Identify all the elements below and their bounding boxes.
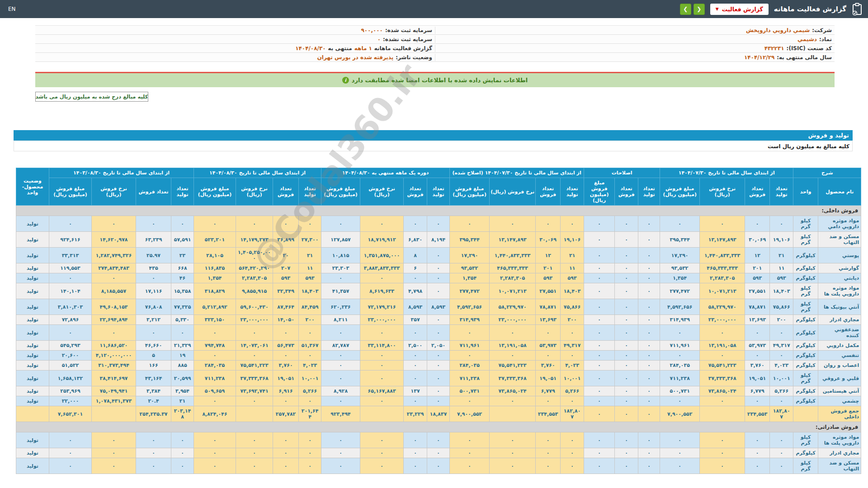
table-cell: ۵۱,۳۶۷ bbox=[299, 341, 321, 351]
table-cell: ۰ bbox=[615, 283, 638, 299]
product-name-cell: مسکن و ضد التهاب bbox=[818, 232, 861, 248]
table-cell: ۰ bbox=[584, 448, 615, 458]
table-cell: ۴,۷۹۸ bbox=[404, 283, 427, 299]
product-row: چشميکیلوگرم۰۰۰۰۰۰۰۰۰۰۰۰۰۰۰۰۰۰۰۲۱۲۰.۴۱,۰۷… bbox=[16, 396, 861, 406]
table-cell: ۰ bbox=[561, 458, 584, 474]
table-cell: ۰ bbox=[584, 351, 615, 361]
table-cell: ۳۰,۰۶۹ bbox=[745, 232, 770, 248]
table-cell: ۲,۲۸۳,۳۰۵ bbox=[490, 273, 536, 283]
table-cell: ۰ bbox=[770, 396, 793, 406]
table-cell: ۰ bbox=[490, 432, 536, 448]
table-cell: ۱۸,۸۳۷ bbox=[427, 406, 450, 422]
table-cell: ۰ bbox=[638, 361, 660, 371]
report-period-label: گزارش فعالیت ماهانه bbox=[374, 45, 432, 52]
signature-match-text: اطلاعات نمایش داده شده با اطلاعات امضا ش… bbox=[352, 77, 528, 84]
table-cell: ۳۷,۳۳۳,۳۶۸ bbox=[700, 371, 745, 386]
table-cell: ۵,۲۱۲,۸۹۲ bbox=[194, 299, 236, 315]
table-cell: ۳,۸۱۰,۳۰۳ bbox=[49, 299, 92, 315]
table-cell: ۲۳۴,۵۵۳ bbox=[536, 406, 561, 422]
table-cell: ۵۶۴,۴۲۰,۲۹۰ bbox=[236, 263, 273, 273]
table-cell: ۰ bbox=[194, 396, 236, 406]
table-cell: ۰ bbox=[427, 386, 450, 396]
table-cell: ۰ bbox=[536, 432, 561, 448]
table-cell: ۰ bbox=[299, 216, 321, 232]
product-name-cell: دیابتي bbox=[818, 273, 861, 283]
table-cell: ۷۱۱,۲۳۸ bbox=[450, 371, 490, 386]
table-cell: ۷۵,۸۶۶ bbox=[770, 299, 793, 315]
table-cell: ۰ bbox=[273, 325, 299, 341]
table-cell: ۵۹۳ bbox=[745, 273, 770, 283]
table-cell: ۰ bbox=[273, 448, 299, 458]
table-cell: ۰ bbox=[427, 396, 450, 406]
table-cell: ۰ bbox=[660, 351, 700, 361]
table-cell: ۱۰,۰۷۱,۲۱۳ bbox=[700, 283, 745, 299]
table-cell: ۰ bbox=[299, 448, 321, 458]
product-name-cell: مسکن و ضد التهاب bbox=[818, 458, 861, 474]
table-cell: کیلوگرم bbox=[793, 351, 818, 361]
report-type-dropdown[interactable]: گزارش فعالیت ▼ bbox=[710, 4, 769, 15]
table-cell: ۲۰.۴ bbox=[136, 396, 171, 406]
table-cell: ۵۰۹,۶۵۹ bbox=[194, 386, 236, 396]
column-header: تعداد فروش bbox=[273, 178, 299, 206]
table-cell: ۰ bbox=[194, 325, 236, 341]
table-cell: ۱۰,۰۰۱ bbox=[561, 371, 584, 386]
table-cell: ۱۷,۲۹۰ bbox=[450, 248, 490, 263]
table-cell: ۰ bbox=[136, 216, 171, 232]
table-cell: کیلوگرم bbox=[793, 273, 818, 283]
table-cell: ۲۱ bbox=[171, 396, 194, 406]
table-cell: کیلو گرم bbox=[793, 283, 818, 299]
table-cell: ۰ bbox=[561, 396, 584, 406]
table-cell: ۰ bbox=[745, 458, 770, 474]
table-cell: ۰ bbox=[427, 273, 450, 283]
previous-report-button[interactable]: ❮ bbox=[680, 4, 691, 15]
product-name-cell: مکمل دارویي bbox=[818, 341, 861, 351]
table-cell bbox=[793, 406, 818, 422]
table-cell: ۰ bbox=[321, 458, 360, 474]
table-cell: ۴۹,۳۱۷ bbox=[561, 341, 584, 351]
table-cell: ۲۳۴,۵۵۳ bbox=[745, 406, 770, 422]
table-cell: ۴۶۵,۳۳۳,۳۳۳ bbox=[700, 263, 745, 273]
isic-value: ۴۳۲۲۳۱ bbox=[764, 45, 784, 52]
table-cell: ۲۱ bbox=[561, 248, 584, 263]
column-header: مبلغ فروش (میلیون ریال) bbox=[321, 178, 360, 206]
table-cell: ۸۴,۴۵۹ bbox=[299, 299, 321, 315]
table-cell: ۴۱,۳۵۷ bbox=[321, 283, 360, 299]
table-cell: ۰ bbox=[194, 216, 236, 232]
table-cell: ۰ bbox=[584, 216, 615, 232]
table-cell: ۰ bbox=[427, 361, 450, 371]
table-cell: ۰ bbox=[638, 216, 660, 232]
unregistered-capital-value: ۰ bbox=[377, 36, 381, 42]
table-cell: ۷,۹۰۰,۵۵۲ bbox=[660, 406, 700, 422]
report-pager: ❮ ❯ bbox=[680, 4, 705, 15]
table-cell: ۶,۷۷۹ bbox=[745, 386, 770, 396]
table-cell: ۰ bbox=[236, 458, 273, 474]
column-header: تعداد تولید bbox=[299, 178, 321, 206]
table-cell: کیلو گرم bbox=[793, 299, 818, 315]
table-cell: ۰ bbox=[360, 396, 404, 406]
table-cell: ۰ bbox=[360, 216, 404, 232]
table-cell: ۰ bbox=[700, 396, 745, 406]
table-cell: ۰ bbox=[236, 216, 273, 232]
table-cell: ۵۹۳ bbox=[536, 273, 561, 283]
table-cell: ۴,۵۹۲,۶۵۶ bbox=[660, 299, 700, 315]
table-cell: ۰ bbox=[745, 216, 770, 232]
table-cell: ۰ bbox=[321, 273, 360, 283]
table-cell: ۰ bbox=[404, 216, 427, 232]
table-cell: ۰ bbox=[638, 248, 660, 263]
product-name-cell: اعصاب و روان bbox=[818, 361, 861, 371]
table-cell: ۰ bbox=[615, 341, 638, 351]
next-report-button[interactable]: ❯ bbox=[693, 4, 705, 15]
table-cell: ۲۳,۰۰۰,۰۰۰ bbox=[236, 315, 273, 325]
table-cell: ۰ bbox=[136, 448, 171, 458]
column-header: تعداد تولید bbox=[561, 178, 584, 206]
table-cell: کیلوگرم bbox=[793, 325, 818, 341]
table-cell: ۲۱ bbox=[299, 248, 321, 263]
section-row: فروش داخلی: bbox=[16, 206, 861, 216]
table-cell: ۰ bbox=[700, 458, 745, 474]
table-cell: تولید bbox=[16, 263, 49, 273]
language-toggle[interactable]: EN bbox=[8, 6, 16, 12]
table-cell: ۱۸۲,۸۰۷ bbox=[561, 406, 584, 422]
table-cell: ۲۷۷,۴۷۲ bbox=[450, 283, 490, 299]
table-cell: ۰ bbox=[584, 361, 615, 371]
fiscal-year-label: سال مالی منتهی به: bbox=[777, 54, 832, 61]
